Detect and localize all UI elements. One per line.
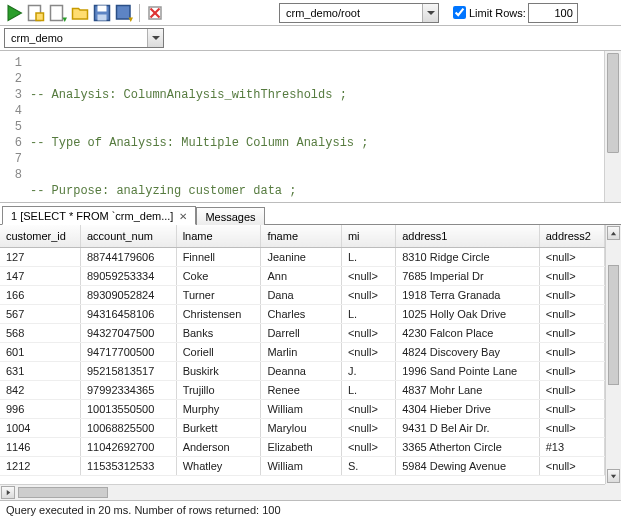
tab-results[interactable]: 1 [SELECT * FROM `crm_dem...] ✕ xyxy=(2,206,196,225)
results-horizontal-scrollbar[interactable] xyxy=(0,484,605,500)
open-button[interactable] xyxy=(70,3,90,23)
scroll-thumb[interactable] xyxy=(607,53,619,153)
cell[interactable]: L. xyxy=(341,247,395,266)
table-row[interactable]: 56894327047500BanksDarrell<null>4230 Fal… xyxy=(0,323,605,342)
cell[interactable]: Ann xyxy=(261,266,341,285)
cell[interactable]: Marlin xyxy=(261,342,341,361)
cell[interactable]: 127 xyxy=(0,247,80,266)
cell[interactable]: <null> xyxy=(539,304,604,323)
cell[interactable]: William xyxy=(261,456,341,475)
cell[interactable]: 1004 xyxy=(0,418,80,437)
scroll-down-icon[interactable] xyxy=(607,469,620,483)
cell[interactable]: <null> xyxy=(341,342,395,361)
cell[interactable]: 89059253334 xyxy=(80,266,176,285)
cell[interactable]: 7685 Imperial Dr xyxy=(396,266,540,285)
cell[interactable]: Burkett xyxy=(176,418,261,437)
table-row[interactable]: 84297992334365TrujilloReneeL.4837 Mohr L… xyxy=(0,380,605,399)
cell[interactable]: 4824 Discovery Bay xyxy=(396,342,540,361)
cell[interactable]: 842 xyxy=(0,380,80,399)
cell[interactable]: 97992334365 xyxy=(80,380,176,399)
cell[interactable]: 11535312533 xyxy=(80,456,176,475)
cell[interactable]: 8310 Ridge Circle xyxy=(396,247,540,266)
cell[interactable]: <null> xyxy=(539,266,604,285)
col-header[interactable]: mi xyxy=(341,225,395,247)
cell[interactable]: 3365 Atherton Circle xyxy=(396,437,540,456)
schema-dropdown[interactable]: crm_demo xyxy=(4,28,164,48)
cell[interactable]: Buskirk xyxy=(176,361,261,380)
cell[interactable]: 1025 Holly Oak Drive xyxy=(396,304,540,323)
col-header[interactable]: lname xyxy=(176,225,261,247)
table-row[interactable]: 99610013550500MurphyWilliam<null>4304 Hi… xyxy=(0,399,605,418)
cell[interactable]: S. xyxy=(341,456,395,475)
cell[interactable]: <null> xyxy=(539,456,604,475)
cell[interactable]: Turner xyxy=(176,285,261,304)
cell[interactable]: Coriell xyxy=(176,342,261,361)
col-header[interactable]: customer_id xyxy=(0,225,80,247)
cell[interactable]: 601 xyxy=(0,342,80,361)
limit-rows-checkbox-input[interactable] xyxy=(453,6,466,19)
cell[interactable]: 94327047500 xyxy=(80,323,176,342)
cell[interactable]: <null> xyxy=(341,323,395,342)
cell[interactable]: <null> xyxy=(341,437,395,456)
cell[interactable]: <null> xyxy=(539,399,604,418)
cell[interactable]: Renee xyxy=(261,380,341,399)
table-row[interactable]: 60194717700500CoriellMarlin<null>4824 Di… xyxy=(0,342,605,361)
cell[interactable]: 4304 Hieber Drive xyxy=(396,399,540,418)
cell[interactable]: 1996 Sand Pointe Lane xyxy=(396,361,540,380)
cell[interactable]: Elizabeth xyxy=(261,437,341,456)
results-table[interactable]: customer_id account_num lname fname mi a… xyxy=(0,225,605,476)
cell[interactable]: 631 xyxy=(0,361,80,380)
cell[interactable]: <null> xyxy=(539,342,604,361)
clear-button[interactable] xyxy=(145,3,165,23)
cell[interactable]: 11042692700 xyxy=(80,437,176,456)
cell[interactable]: Marylou xyxy=(261,418,341,437)
run-button[interactable] xyxy=(4,3,24,23)
save-as-button[interactable] xyxy=(114,3,134,23)
code-area[interactable]: -- Analysis: ColumnAnalysis_withThreshol… xyxy=(28,51,541,202)
cell[interactable]: Anderson xyxy=(176,437,261,456)
cell[interactable]: <null> xyxy=(539,361,604,380)
cell[interactable]: <null> xyxy=(539,285,604,304)
cell[interactable]: 89309052824 xyxy=(80,285,176,304)
cell[interactable]: J. xyxy=(341,361,395,380)
limit-rows-checkbox[interactable]: Limit Rows: xyxy=(453,6,526,19)
cell[interactable]: <null> xyxy=(539,418,604,437)
cell[interactable]: 567 xyxy=(0,304,80,323)
table-row[interactable]: 56794316458106ChristensenCharlesL.1025 H… xyxy=(0,304,605,323)
cell[interactable]: Banks xyxy=(176,323,261,342)
save-button[interactable] xyxy=(92,3,112,23)
editor-vertical-scrollbar[interactable] xyxy=(604,51,621,202)
cell[interactable]: 10068825500 xyxy=(80,418,176,437)
scroll-thumb[interactable] xyxy=(608,265,619,385)
cell[interactable]: 88744179606 xyxy=(80,247,176,266)
col-header[interactable]: fname xyxy=(261,225,341,247)
cell[interactable]: Christensen xyxy=(176,304,261,323)
cell[interactable]: <null> xyxy=(341,399,395,418)
cell[interactable]: #13 xyxy=(539,437,604,456)
cell[interactable]: L. xyxy=(341,304,395,323)
cell[interactable]: Charles xyxy=(261,304,341,323)
cell[interactable]: <null> xyxy=(539,247,604,266)
cell[interactable]: <null> xyxy=(341,266,395,285)
scroll-thumb[interactable] xyxy=(18,487,108,498)
table-row[interactable]: 14789059253334CokeAnn<null>7685 Imperial… xyxy=(0,266,605,285)
col-header[interactable]: account_num xyxy=(80,225,176,247)
cell[interactable]: 5984 Dewing Avenue xyxy=(396,456,540,475)
cell[interactable]: 4230 Falcon Place xyxy=(396,323,540,342)
cell[interactable]: 9431 D Bel Air Dr. xyxy=(396,418,540,437)
table-row[interactable]: 16689309052824TurnerDana<null>1918 Terra… xyxy=(0,285,605,304)
cell[interactable]: 1212 xyxy=(0,456,80,475)
table-row[interactable]: 63195215813517BuskirkDeannaJ.1996 Sand P… xyxy=(0,361,605,380)
cell[interactable]: 95215813517 xyxy=(80,361,176,380)
scroll-up-icon[interactable] xyxy=(607,226,620,240)
cell[interactable]: Darrell xyxy=(261,323,341,342)
cell[interactable]: Coke xyxy=(176,266,261,285)
limit-rows-input[interactable] xyxy=(528,3,578,23)
col-header[interactable]: address1 xyxy=(396,225,540,247)
cell[interactable]: William xyxy=(261,399,341,418)
cell[interactable]: <null> xyxy=(539,323,604,342)
cell[interactable]: 996 xyxy=(0,399,80,418)
tab-messages[interactable]: Messages xyxy=(196,207,264,225)
cell[interactable]: Murphy xyxy=(176,399,261,418)
cell[interactable]: <null> xyxy=(539,380,604,399)
